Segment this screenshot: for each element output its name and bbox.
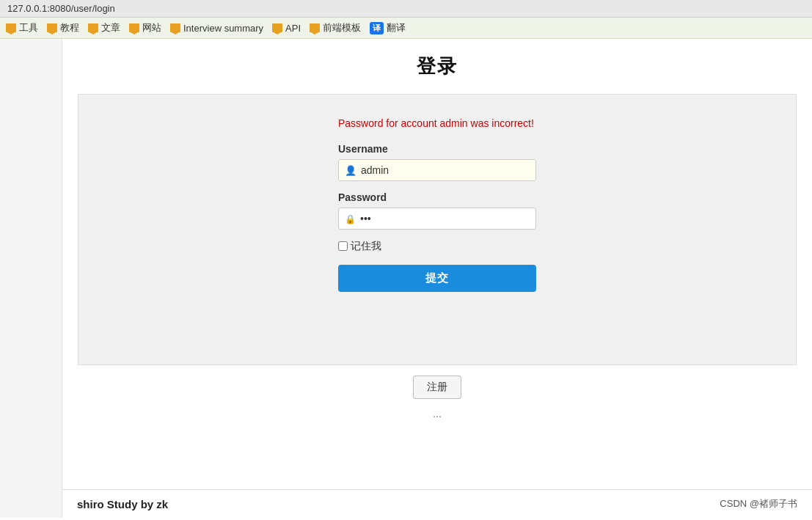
folder-icon-tutorial [47,23,57,32]
browser-address-bar[interactable]: 127.0.0.1:8080/user/login [0,0,812,18]
bookmark-tutorial[interactable]: 教程 [47,21,79,34]
remember-label: 记住我 [351,240,381,253]
bookmark-website[interactable]: 网站 [129,21,161,34]
remember-checkbox[interactable] [338,241,348,251]
bookmark-label-translate: 翻译 [387,21,406,34]
username-input-wrapper [338,159,536,181]
lock-icon [345,213,356,224]
content-area: 登录 Password for account admin was incorr… [62,39,812,518]
bookmark-translate[interactable]: 译 翻译 [370,21,406,34]
bookmark-label-api: API [285,23,301,34]
bookmark-label-interview: Interview summary [183,23,263,34]
login-card: Password for account admin was incorrect… [78,94,797,365]
main-layout: 登录 Password for account admin was incorr… [0,39,812,518]
password-input[interactable] [360,213,530,224]
register-button[interactable]: 注册 [413,376,461,399]
bookmark-label-website: 网站 [142,21,161,34]
bookmark-label-tutorial: 教程 [60,21,79,34]
bookmark-article[interactable]: 文章 [88,21,120,34]
bookmarks-bar: 工具 教程 文章 网站 Interview summary API 前端模板 译… [0,18,812,39]
folder-icon-article [88,23,98,32]
left-sidebar [0,39,62,518]
submit-button[interactable]: 提交 [338,265,536,292]
url-text: 127.0.0.1:8080/user/login [7,3,115,14]
bookmark-label-tools: 工具 [19,21,38,34]
page-title: 登录 [417,54,458,79]
error-message: Password for account admin was incorrect… [338,117,536,131]
folder-icon-website [129,23,139,32]
footer-right: CSDN @褚师子书 [720,497,797,510]
footer-left: shiro Study by zk [77,498,168,510]
password-label: Password [338,191,536,203]
translate-badge: 译 [370,22,384,34]
bookmark-tools[interactable]: 工具 [6,21,38,34]
username-input[interactable] [361,164,530,176]
bookmark-label-frontend: 前端模板 [323,21,361,34]
bookmark-label-article: 文章 [101,21,120,34]
bookmark-api[interactable]: API [272,23,301,34]
username-label: Username [338,143,536,155]
dots-line: ... [433,408,442,420]
folder-icon-tools [6,23,16,32]
remember-row: 记住我 [338,240,536,253]
bookmark-interview[interactable]: Interview summary [170,23,263,34]
footer: shiro Study by zk CSDN @褚师子书 [62,489,812,518]
folder-icon-api [272,23,282,32]
user-icon [345,164,356,176]
bookmark-frontend[interactable]: 前端模板 [310,21,361,34]
folder-icon-frontend [310,23,320,32]
login-form-container: Password for account admin was incorrect… [338,117,536,343]
folder-icon-interview [170,23,180,32]
password-input-wrapper [338,208,536,230]
